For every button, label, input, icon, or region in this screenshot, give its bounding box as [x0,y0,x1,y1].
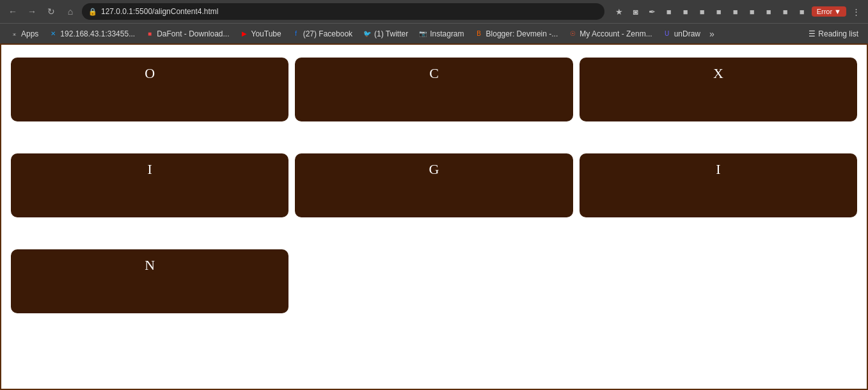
star-button[interactable]: ★ [612,4,626,19]
bookmarks-bar: ⁎ Apps ✕ 192.168.43.1:33455... ■ DaFont … [0,23,868,43]
browser-actions: ★ ◙ ✒ ■ ■ ■ ■ ■ ■ ■ ■ ■ Error ▼ ⋮ [612,4,863,19]
reading-list-label: Reading list [818,29,858,38]
bookmark-instagram-label: Instagram [430,29,464,38]
bookmark-twitter-label: (1) Twitter [374,29,408,38]
box-G: G [295,153,572,217]
bookmark-youtube[interactable]: ▶ YouTube [235,27,286,40]
ext2-btn[interactable]: ■ [679,4,693,19]
ext4-btn[interactable]: ■ [712,4,726,19]
box-I2: I [580,153,857,217]
back-button[interactable]: ← [5,4,20,19]
forward-button[interactable]: → [24,4,40,19]
ext1-btn[interactable]: ■ [662,4,676,19]
box-X-label: X [713,65,723,82]
error-label: Error [817,8,832,15]
box-I2-label: I [716,161,720,178]
facebook-icon: f [292,29,301,38]
error-button[interactable]: Error ▼ [812,6,846,17]
bookmark-brave[interactable]: ☉ My Account - Zenm... [564,27,656,40]
bookmark-dafont-label: DaFont - Download... [157,29,229,38]
bookmark-undraw[interactable]: U unDraw [658,27,705,40]
x-icon: ✕ [49,29,58,38]
main-content: O C X I G I N [0,43,868,390]
box-O: O [11,58,288,121]
youtube-icon: ▶ [240,29,249,38]
lock-icon: 🔒 [88,8,97,16]
bookmark-x[interactable]: ✕ 192.168.43.1:33455... [44,27,139,40]
bookmark-blogger[interactable]: B Blogger: Devmein -... [470,27,563,40]
brave-icon-btn[interactable]: ◙ [629,4,643,19]
box-I1-label: I [148,161,152,178]
bookmark-blogger-label: Blogger: Devmein -... [486,29,558,38]
brave-shield-icon: ☉ [568,29,577,38]
bookmark-x-label: 192.168.43.1:33455... [60,29,135,38]
box-C-label: C [429,65,439,82]
chevron-down-icon: ▼ [834,8,841,15]
home-button[interactable]: ⌂ [63,4,78,19]
box-X: X [580,58,857,121]
apps-icon: ⁎ [10,29,19,38]
twitter-icon: 🐦 [363,29,372,38]
bookmark-brave-label: My Account - Zenm... [580,29,652,38]
bookmark-apps[interactable]: ⁎ Apps [5,27,43,40]
more-bookmarks-button[interactable]: » [706,27,718,40]
bookmark-undraw-label: unDraw [674,29,700,38]
browser-toolbar: ← → ↻ ⌂ 🔒 127.0.0.1:5500/alignContent4.h… [0,0,868,23]
box-O-label: O [145,65,155,82]
refresh-button[interactable]: ↻ [43,4,59,19]
feather-btn[interactable]: ✒ [645,4,659,19]
box-I1: I [11,153,288,217]
box-C: C [295,58,572,121]
undraw-icon: U [663,29,672,38]
reading-list-icon: ☰ [809,29,816,38]
bookmark-apps-label: Apps [21,29,38,38]
address-bar[interactable]: 🔒 127.0.0.1:5500/alignContent4.html [82,3,604,20]
instagram-icon: 📷 [418,29,427,38]
box-N: N [11,249,288,313]
ext3-btn[interactable]: ■ [695,4,709,19]
bookmark-dafont[interactable]: ■ DaFont - Download... [141,27,233,40]
bookmark-twitter[interactable]: 🐦 (1) Twitter [358,27,413,40]
ext7-btn[interactable]: ■ [762,4,776,19]
bookmark-instagram[interactable]: 📷 Instagram [414,27,468,40]
bookmark-facebook-label: (27) Facebook [303,29,352,38]
bookmark-youtube-label: YouTube [251,29,281,38]
browser-chrome: ← → ↻ ⌂ 🔒 127.0.0.1:5500/alignContent4.h… [0,0,868,43]
box-G-label: G [429,161,439,178]
dafont-icon: ■ [145,29,154,38]
ext6-btn[interactable]: ■ [745,4,759,19]
ext5-btn[interactable]: ■ [729,4,743,19]
ext8-btn[interactable]: ■ [778,4,793,19]
row-gap-1 [8,128,860,147]
menu-button[interactable]: ⋮ [849,4,863,19]
bookmark-facebook[interactable]: f (27) Facebook [287,27,357,40]
profile-btn[interactable]: ■ [795,4,809,19]
blogger-icon: B [475,29,484,38]
reading-list-button[interactable]: ☰ Reading list [804,27,863,40]
row-gap-2 [8,224,860,243]
box-N-label: N [145,257,155,274]
url-text: 127.0.0.1:5500/alignContent4.html [101,7,218,16]
